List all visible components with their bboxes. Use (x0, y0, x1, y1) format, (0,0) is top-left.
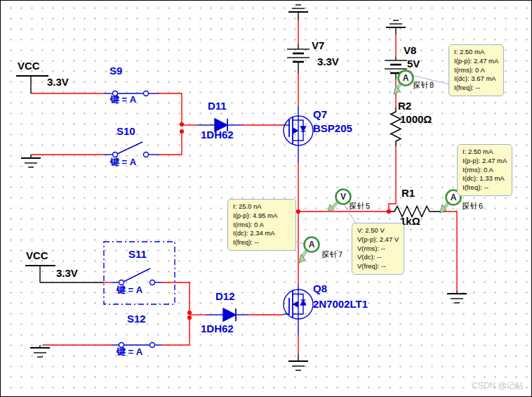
probe-7-tooltip: I: 25.0 nA I(p-p): 4.95 mA I(rms): 0 A I… (227, 199, 296, 251)
reading: I(p-p): 2.47 mA (463, 157, 507, 166)
s11-key[interactable]: 键 = A (117, 285, 142, 294)
reading: I(freq): -- (454, 84, 498, 93)
d12-ref[interactable]: D12 (215, 291, 235, 301)
reading: I(p-p): 2.47 mA (454, 57, 498, 66)
vcc-top-symbol[interactable] (16, 76, 48, 93)
resistor-r2[interactable] (391, 108, 401, 146)
ground-q8[interactable] (288, 354, 308, 370)
reading: I(dc): 2.34 mA (233, 229, 277, 238)
schematic-canvas: VCC 3.3V S9 键 = A S10 键 = A D11 1DH62 Q7… (0, 0, 532, 397)
vcc-bottom-label[interactable]: VCC (26, 250, 48, 261)
ground-s10[interactable] (21, 155, 41, 167)
reading: V: 2.50 V (357, 226, 399, 235)
s10-key[interactable]: 键 = A (110, 157, 136, 167)
d11-part[interactable]: 1DH62 (201, 129, 234, 140)
d11-ref[interactable]: D11 (208, 100, 227, 111)
s11-ref[interactable]: S11 (128, 249, 147, 259)
v8-ref[interactable]: V8 (404, 45, 416, 56)
probe-6-type: A (451, 193, 457, 202)
q8-part[interactable]: 2N7002LT1 (313, 299, 368, 309)
mosfet-q7[interactable] (284, 106, 313, 162)
tooltip-leader-lines (293, 75, 461, 244)
vcc-bottom-voltage[interactable]: 3.3V (56, 268, 78, 278)
wires-red[interactable] (31, 20, 457, 354)
ground-s12[interactable] (30, 345, 50, 357)
reading: I(rms): 0 A (463, 166, 507, 175)
probe-5-type: V (340, 192, 346, 202)
ground-r1[interactable] (447, 291, 467, 303)
s9-key[interactable]: 键 = A (110, 95, 136, 104)
switch-s11[interactable] (112, 268, 162, 285)
vcc-top-voltage[interactable]: 3.3V (47, 77, 69, 87)
mosfet-q8[interactable] (284, 285, 313, 335)
probe-8-label[interactable]: 探针8 (413, 82, 434, 89)
watermark: CSDN @记帖 (472, 380, 524, 392)
reading: I(rms): 0 A (233, 221, 277, 230)
reading: V(rms): -- (357, 245, 399, 254)
r2-value[interactable]: 1000Ω (400, 114, 432, 124)
probe-6-label[interactable]: 探针6 (462, 202, 484, 210)
reading: I(rms): 0 A (454, 66, 498, 75)
reading: I: 2.50 mA (463, 148, 507, 157)
probe-5-tooltip: V: 2.50 V V(p-p): 2.47 V V(rms): -- V(dc… (352, 223, 404, 275)
v8-value[interactable]: 5V (407, 58, 420, 69)
diode-d12[interactable] (206, 308, 248, 321)
reading: I: 2.50 mA (454, 48, 498, 57)
reading: I(freq): -- (233, 238, 277, 247)
v7-ref[interactable]: V7 (312, 40, 324, 51)
reading: I(p-p): 4.95 mA (233, 211, 277, 221)
s10-ref[interactable]: S10 (117, 126, 135, 136)
q8-ref[interactable]: Q8 (313, 283, 327, 294)
probe-8-type: A (403, 73, 409, 83)
reading: V(freq): -- (357, 262, 399, 271)
probe-5-label[interactable]: 探针5 (349, 202, 371, 210)
probe-7-label[interactable]: 探针7 (321, 251, 343, 259)
probe-8-tooltip: I: 2.50 mA I(p-p): 2.47 mA I(rms): 0 A I… (448, 44, 504, 96)
ground-v7[interactable] (288, 5, 308, 20)
reading: V(p-p): 2.47 V (357, 235, 399, 245)
r1-ref[interactable]: R1 (401, 188, 415, 198)
v7-value[interactable]: 3.3V (317, 56, 339, 67)
s12-ref[interactable]: S12 (127, 313, 146, 324)
q7-ref[interactable]: Q7 (313, 109, 327, 119)
probe-6-tooltip: I: 2.50 mA I(p-p): 2.47 mA I(rms): 0 A I… (457, 144, 512, 196)
reading: V(dc): -- (357, 253, 399, 262)
battery-v7[interactable] (287, 44, 310, 73)
reading: I(freq): -- (463, 183, 507, 193)
probe-5-icon[interactable] (328, 190, 351, 212)
vcc-top-label[interactable]: VCC (18, 60, 40, 71)
ground-v8[interactable] (386, 20, 406, 34)
r2-ref[interactable]: R2 (398, 100, 411, 111)
q7-part[interactable]: BSP205 (313, 123, 352, 134)
s9-ref[interactable]: S9 (109, 65, 122, 76)
probe-7-type: A (309, 240, 315, 249)
reading: I(dc): 1.33 mA (463, 174, 507, 183)
d12-part[interactable]: 1DH62 (201, 323, 234, 334)
s12-key[interactable]: 键 = A (117, 347, 142, 356)
reading: I(dc): 3.67 mA (454, 74, 498, 84)
switch-s10[interactable] (104, 142, 159, 157)
reading: I: 25.0 nA (233, 202, 277, 211)
